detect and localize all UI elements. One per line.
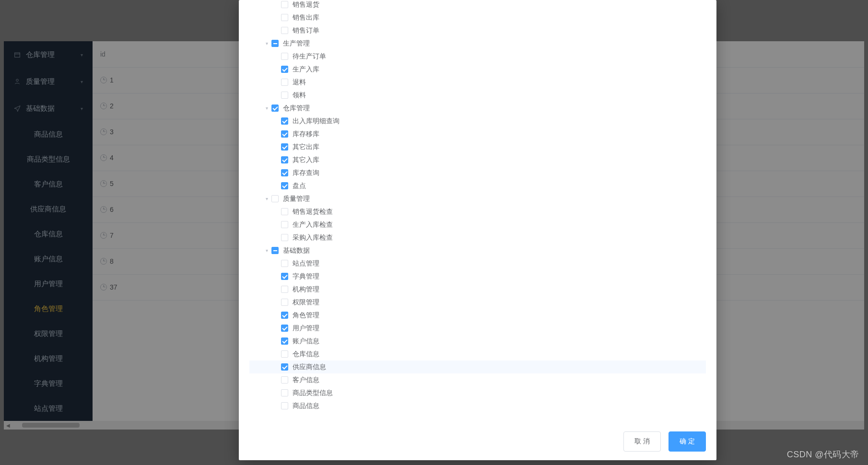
tree-node-label: 盘点 xyxy=(293,182,306,190)
tree-node[interactable]: 客户信息 xyxy=(249,373,706,386)
checkbox[interactable] xyxy=(281,14,288,21)
checkbox[interactable] xyxy=(281,273,288,280)
tree-node-label: 质量管理 xyxy=(283,195,310,203)
tree-node-label: 库存移库 xyxy=(293,130,319,139)
tree-node-label: 客户信息 xyxy=(293,376,319,384)
modal-body: 销售退货销售出库销售订单▾生产管理待生产订单生产入库退料领料▾仓库管理出入库明细… xyxy=(239,0,716,423)
tree-node[interactable]: 采购入库检查 xyxy=(249,231,706,244)
tree-node[interactable]: ▾生产管理 xyxy=(249,37,706,50)
tree-node[interactable]: 机构管理 xyxy=(249,283,706,296)
checkbox[interactable] xyxy=(281,143,288,151)
checkbox[interactable] xyxy=(281,117,288,125)
tree-node-label: 待生产订单 xyxy=(293,52,326,61)
tree-node[interactable]: 站点管理 xyxy=(249,257,706,270)
checkbox[interactable] xyxy=(281,156,288,163)
checkbox[interactable] xyxy=(281,402,288,409)
tree-node-label: 供应商信息 xyxy=(293,363,326,372)
permission-tree: 销售退货销售出库销售订单▾生产管理待生产订单生产入库退料领料▾仓库管理出入库明细… xyxy=(249,0,706,412)
confirm-button[interactable]: 确 定 xyxy=(669,431,706,452)
checkbox[interactable] xyxy=(281,337,288,345)
tree-node[interactable]: 其它出库 xyxy=(249,140,706,153)
tree-node[interactable]: 商品信息 xyxy=(249,399,706,412)
tree-node[interactable]: 生产入库 xyxy=(249,63,706,76)
tree-node-label: 生产入库 xyxy=(293,65,319,74)
tree-node[interactable]: ▾质量管理 xyxy=(249,192,706,205)
tree-node[interactable]: ▾基础数据 xyxy=(249,244,706,257)
tree-node-label: 账户信息 xyxy=(293,337,319,346)
checkbox[interactable] xyxy=(281,363,288,371)
tree-node[interactable]: 账户信息 xyxy=(249,335,706,348)
tree-node[interactable]: ▾仓库管理 xyxy=(249,102,706,115)
checkbox[interactable] xyxy=(281,1,288,8)
tree-node[interactable]: 领料 xyxy=(249,89,706,102)
tree-node-label: 退料 xyxy=(293,78,306,87)
expand-icon[interactable]: ▾ xyxy=(264,41,270,46)
checkbox[interactable] xyxy=(281,299,288,306)
tree-node-label: 采购入库检查 xyxy=(293,233,333,242)
checkbox[interactable] xyxy=(281,208,288,215)
tree-node-label: 出入库明细查询 xyxy=(293,117,340,126)
checkbox[interactable] xyxy=(281,169,288,176)
tree-node[interactable]: 生产入库检查 xyxy=(249,218,706,231)
tree-node[interactable]: 销售退货检查 xyxy=(249,205,706,218)
checkbox[interactable] xyxy=(281,27,288,34)
tree-node-label: 商品信息 xyxy=(293,402,319,410)
tree-node[interactable]: 库存移库 xyxy=(249,128,706,140)
tree-node[interactable]: 出入库明细查询 xyxy=(249,115,706,128)
tree-node[interactable]: 待生产订单 xyxy=(249,50,706,63)
checkbox[interactable] xyxy=(281,221,288,228)
cancel-button[interactable]: 取 消 xyxy=(623,431,661,452)
checkbox[interactable] xyxy=(281,350,288,358)
tree-node-label: 其它出库 xyxy=(293,143,319,151)
tree-node-label: 销售退货检查 xyxy=(293,208,333,216)
tree-node-label: 角色管理 xyxy=(293,311,319,320)
tree-node[interactable]: 供应商信息 xyxy=(249,360,706,373)
tree-node-label: 商品类型信息 xyxy=(293,389,333,397)
checkbox[interactable] xyxy=(281,260,288,267)
tree-node-label: 生产入库检查 xyxy=(293,221,333,229)
tree-node[interactable]: 库存查询 xyxy=(249,166,706,179)
tree-node-label: 其它入库 xyxy=(293,156,319,164)
checkbox[interactable] xyxy=(271,195,279,202)
tree-node[interactable]: 销售订单 xyxy=(249,24,706,37)
tree-node[interactable]: 销售退货 xyxy=(249,0,706,11)
tree-node[interactable]: 权限管理 xyxy=(249,296,706,309)
checkbox[interactable] xyxy=(281,325,288,332)
checkbox[interactable] xyxy=(281,130,288,138)
tree-node-label: 站点管理 xyxy=(293,259,319,268)
tree-node-label: 销售订单 xyxy=(293,26,319,35)
tree-node-label: 权限管理 xyxy=(293,298,319,307)
tree-node[interactable]: 字典管理 xyxy=(249,270,706,283)
tree-node[interactable]: 其它入库 xyxy=(249,153,706,166)
checkbox[interactable] xyxy=(271,247,279,254)
modal-footer: 取 消 确 定 xyxy=(239,423,716,460)
expand-icon[interactable]: ▾ xyxy=(264,196,270,201)
tree-node-label: 用户管理 xyxy=(293,324,319,333)
tree-node[interactable]: 用户管理 xyxy=(249,322,706,335)
checkbox[interactable] xyxy=(281,312,288,319)
tree-node-label: 领料 xyxy=(293,91,306,100)
checkbox[interactable] xyxy=(281,286,288,293)
tree-node[interactable]: 退料 xyxy=(249,76,706,89)
checkbox[interactable] xyxy=(281,66,288,73)
checkbox[interactable] xyxy=(281,234,288,241)
checkbox[interactable] xyxy=(271,40,279,47)
tree-node-label: 销售出库 xyxy=(293,13,319,22)
tree-node[interactable]: 盘点 xyxy=(249,179,706,192)
tree-node-label: 库存查询 xyxy=(293,169,319,177)
tree-node[interactable]: 角色管理 xyxy=(249,309,706,322)
checkbox[interactable] xyxy=(281,376,288,384)
tree-node-label: 销售退货 xyxy=(293,0,319,9)
checkbox[interactable] xyxy=(281,79,288,86)
checkbox[interactable] xyxy=(281,182,288,189)
expand-icon[interactable]: ▾ xyxy=(264,248,270,253)
checkbox[interactable] xyxy=(281,53,288,60)
tree-node-label: 仓库管理 xyxy=(283,104,310,113)
expand-icon[interactable]: ▾ xyxy=(264,105,270,111)
tree-node[interactable]: 销售出库 xyxy=(249,11,706,24)
checkbox[interactable] xyxy=(281,389,288,396)
checkbox[interactable] xyxy=(281,92,288,99)
tree-node[interactable]: 商品类型信息 xyxy=(249,386,706,399)
checkbox[interactable] xyxy=(271,105,279,112)
tree-node[interactable]: 仓库信息 xyxy=(249,348,706,360)
